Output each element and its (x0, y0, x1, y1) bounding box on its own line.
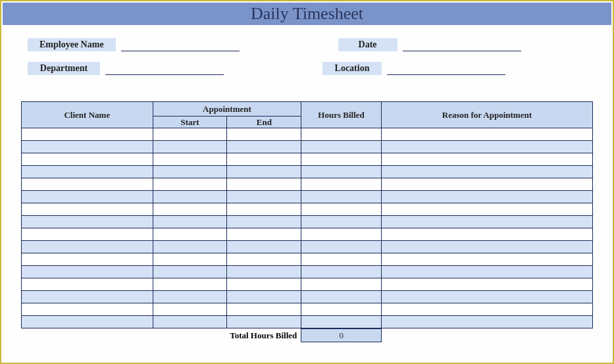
cell-client[interactable] (22, 228, 153, 241)
cell-end[interactable] (227, 178, 301, 191)
cell-hours[interactable] (301, 141, 382, 153)
table-row (22, 128, 593, 141)
cell-reason[interactable] (381, 166, 592, 178)
cell-start[interactable] (153, 166, 227, 178)
table-row (22, 266, 593, 278)
cell-end[interactable] (227, 166, 301, 178)
cell-hours[interactable] (301, 291, 382, 303)
cell-end[interactable] (227, 266, 301, 278)
title-bar: Daily Timesheet (3, 3, 611, 25)
timesheet-tbody (22, 128, 593, 328)
table-row (22, 291, 593, 303)
cell-hours[interactable] (301, 153, 382, 166)
cell-hours[interactable] (301, 178, 382, 191)
cell-end[interactable] (227, 191, 301, 203)
cell-hours[interactable] (301, 166, 382, 178)
cell-start[interactable] (153, 216, 227, 228)
total-table: Total Hours Billed 0 (21, 328, 593, 342)
cell-client[interactable] (22, 166, 153, 178)
cell-reason[interactable] (381, 253, 592, 266)
cell-start[interactable] (153, 291, 227, 303)
cell-end[interactable] (227, 253, 301, 266)
cell-start[interactable] (153, 141, 227, 153)
cell-end[interactable] (227, 303, 301, 316)
cell-reason[interactable] (381, 191, 592, 203)
input-date[interactable] (403, 39, 521, 51)
cell-start[interactable] (153, 253, 227, 266)
cell-reason[interactable] (381, 141, 592, 153)
cell-start[interactable] (153, 203, 227, 216)
cell-reason[interactable] (381, 216, 592, 228)
table-row (22, 316, 593, 328)
cell-hours[interactable] (301, 253, 382, 266)
cell-reason[interactable] (381, 228, 592, 241)
cell-start[interactable] (153, 303, 227, 316)
cell-end[interactable] (227, 203, 301, 216)
cell-start[interactable] (153, 178, 227, 191)
cell-client[interactable] (22, 303, 153, 316)
cell-hours[interactable] (301, 316, 382, 328)
cell-start[interactable] (153, 278, 227, 291)
cell-client[interactable] (22, 253, 153, 266)
cell-hours[interactable] (301, 303, 382, 316)
cell-start[interactable] (153, 128, 227, 141)
cell-reason[interactable] (381, 128, 592, 141)
cell-client[interactable] (22, 203, 153, 216)
th-reason: Reason for Appointment (381, 102, 592, 128)
cell-hours[interactable] (301, 278, 382, 291)
cell-client[interactable] (22, 178, 153, 191)
cell-hours[interactable] (301, 266, 382, 278)
cell-client[interactable] (22, 278, 153, 291)
cell-end[interactable] (227, 128, 301, 141)
cell-reason[interactable] (381, 303, 592, 316)
cell-reason[interactable] (381, 178, 592, 191)
cell-end[interactable] (227, 278, 301, 291)
input-department[interactable] (105, 63, 224, 75)
cell-reason[interactable] (381, 278, 592, 291)
cell-hours[interactable] (301, 191, 382, 203)
cell-start[interactable] (153, 241, 227, 253)
cell-end[interactable] (227, 316, 301, 328)
cell-client[interactable] (22, 153, 153, 166)
th-client-name: Client Name (22, 102, 153, 128)
cell-end[interactable] (227, 241, 301, 253)
cell-end[interactable] (227, 141, 301, 153)
label-date: Date (338, 38, 397, 51)
cell-hours[interactable] (301, 203, 382, 216)
cell-reason[interactable] (381, 291, 592, 303)
cell-reason[interactable] (381, 241, 592, 253)
cell-hours[interactable] (301, 228, 382, 241)
cell-hours[interactable] (301, 128, 382, 141)
table-row (22, 253, 593, 266)
cell-client[interactable] (22, 191, 153, 203)
cell-client[interactable] (22, 266, 153, 278)
cell-client[interactable] (22, 316, 153, 328)
cell-reason[interactable] (381, 153, 592, 166)
cell-end[interactable] (227, 228, 301, 241)
field-employee-name: Employee Name (28, 38, 240, 51)
cell-reason[interactable] (381, 266, 592, 278)
cell-start[interactable] (153, 316, 227, 328)
cell-client[interactable] (22, 241, 153, 253)
cell-start[interactable] (153, 191, 227, 203)
table-row (22, 303, 593, 316)
cell-reason[interactable] (381, 316, 592, 328)
cell-client[interactable] (22, 128, 153, 141)
cell-hours[interactable] (301, 216, 382, 228)
table-row (22, 228, 593, 241)
input-location[interactable] (387, 63, 505, 75)
cell-end[interactable] (227, 291, 301, 303)
table-row (22, 241, 593, 253)
cell-end[interactable] (227, 153, 301, 166)
input-employee-name[interactable] (121, 39, 240, 51)
cell-start[interactable] (153, 153, 227, 166)
cell-client[interactable] (22, 216, 153, 228)
cell-reason[interactable] (381, 203, 592, 216)
timesheet-table: Client Name Appointment Hours Billed Rea… (21, 101, 593, 328)
cell-client[interactable] (22, 141, 153, 153)
cell-start[interactable] (153, 228, 227, 241)
cell-start[interactable] (153, 266, 227, 278)
cell-hours[interactable] (301, 241, 382, 253)
cell-end[interactable] (227, 216, 301, 228)
cell-client[interactable] (22, 291, 153, 303)
